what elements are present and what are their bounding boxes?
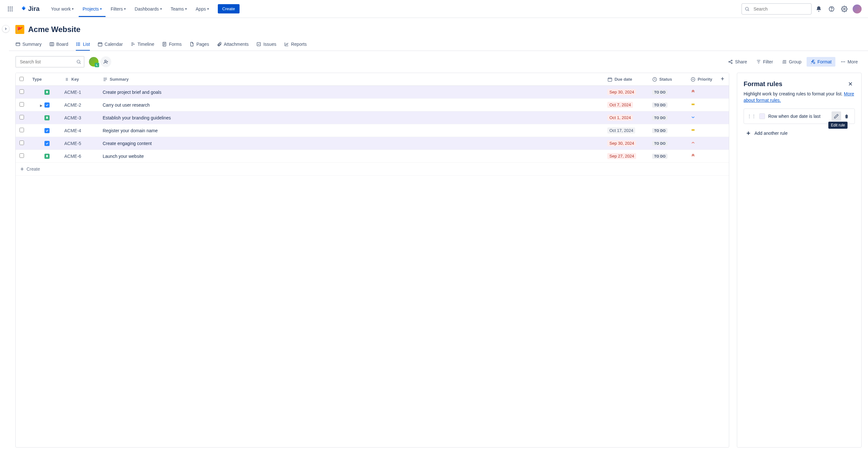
chevron-down-icon: ▾ bbox=[72, 7, 73, 10]
global-search bbox=[741, 3, 812, 15]
svg-point-5 bbox=[11, 8, 12, 9]
svg-point-0 bbox=[8, 6, 9, 7]
product-name: Jira bbox=[28, 5, 40, 12]
nav-apps[interactable]: Apps▾ bbox=[192, 4, 213, 13]
chevron-down-icon: ▾ bbox=[160, 7, 162, 10]
svg-point-1 bbox=[9, 6, 10, 7]
profile-button[interactable] bbox=[851, 3, 863, 15]
nav-teams[interactable]: Teams▾ bbox=[167, 4, 191, 13]
app-switcher-button[interactable] bbox=[5, 4, 16, 14]
svg-point-6 bbox=[8, 10, 9, 11]
svg-point-12 bbox=[844, 8, 845, 9]
svg-point-9 bbox=[745, 7, 748, 10]
svg-point-8 bbox=[11, 10, 12, 11]
svg-point-3 bbox=[8, 8, 9, 9]
nav-filters[interactable]: Filters▾ bbox=[107, 4, 129, 13]
notifications-button[interactable] bbox=[813, 3, 825, 15]
help-button[interactable] bbox=[826, 3, 837, 15]
nav-items: Your work▾ Projects▾ Filters▾ Dashboards… bbox=[47, 1, 213, 17]
svg-point-11 bbox=[831, 10, 832, 10]
nav-your-work[interactable]: Your work▾ bbox=[47, 4, 78, 13]
create-button[interactable]: Create bbox=[218, 4, 240, 13]
topnav-right bbox=[741, 3, 863, 15]
top-nav: Jira Your work▾ Projects▾ Filters▾ Dashb… bbox=[0, 0, 868, 18]
nav-dashboards[interactable]: Dashboards▾ bbox=[131, 4, 166, 13]
svg-point-2 bbox=[11, 6, 12, 7]
chevron-down-icon: ▾ bbox=[124, 7, 126, 10]
settings-button[interactable] bbox=[839, 3, 850, 15]
nav-projects[interactable]: Projects▾ bbox=[79, 1, 105, 17]
svg-point-4 bbox=[9, 8, 10, 9]
chevron-down-icon: ▾ bbox=[185, 7, 187, 10]
svg-point-7 bbox=[9, 10, 10, 11]
avatar bbox=[852, 4, 862, 13]
chevron-down-icon: ▾ bbox=[207, 7, 209, 10]
chevron-down-icon: ▾ bbox=[100, 7, 102, 10]
search-input[interactable] bbox=[741, 3, 812, 15]
jira-logo[interactable]: Jira bbox=[18, 5, 42, 12]
